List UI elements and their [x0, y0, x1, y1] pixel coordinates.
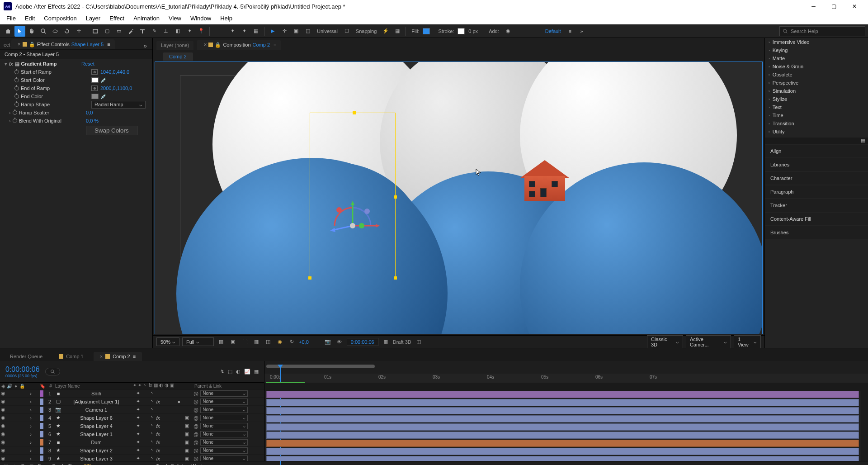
composition-tab[interactable]: × 🔒 Composition Comp 2 ≡	[197, 40, 281, 50]
menu-composition[interactable]: Composition	[39, 13, 81, 24]
twirl-icon[interactable]: ›	[25, 432, 38, 437]
snap-opt-icon[interactable]: ⚡	[380, 26, 391, 37]
menu-window[interactable]: Window	[186, 13, 216, 24]
visibility-toggle[interactable]: ◉	[0, 399, 6, 404]
collapsed-panel-header[interactable]: Align	[765, 145, 868, 157]
align-icon[interactable]: ◫	[302, 26, 313, 37]
menu-file[interactable]: File	[2, 13, 20, 24]
twirl-icon[interactable]: ›	[25, 440, 38, 445]
rotation-tool[interactable]	[61, 26, 72, 37]
pickwhip-icon[interactable]: @	[193, 440, 198, 445]
selection-tool[interactable]	[14, 26, 25, 37]
grid-icon[interactable]: ▦	[252, 337, 261, 346]
effect-category-item[interactable]: ›Noise & Grain	[765, 62, 868, 71]
pickwhip-icon[interactable]: @	[193, 432, 198, 437]
time-ruler[interactable]: 0:00s01s02s03s04s05s06s07s	[264, 374, 868, 383]
layer-bar[interactable]	[266, 456, 859, 461]
draft-icon[interactable]: ▦	[254, 369, 259, 375]
layer-bar[interactable]	[266, 432, 859, 439]
menu-animation[interactable]: Animation	[129, 13, 164, 24]
stopwatch-icon[interactable]	[14, 78, 19, 82]
stopwatch-icon[interactable]	[14, 102, 19, 107]
effect-category-item[interactable]: ›Stylize	[765, 95, 868, 103]
snapping-checkbox[interactable]: ☐	[341, 26, 352, 37]
layer-tab[interactable]: Layer (none)	[156, 41, 193, 50]
viewer-area[interactable]: Active Camera (Camera 1)	[155, 62, 763, 334]
add-shape-button[interactable]: ◉	[503, 26, 514, 37]
effect-category-item[interactable]: ›Transition	[765, 119, 868, 128]
timeline-search[interactable]	[45, 368, 60, 375]
layer-bar[interactable]	[266, 391, 859, 398]
parent-dropdown[interactable]: None⌵	[200, 399, 248, 405]
workspace-menu-icon[interactable]: ≡	[565, 26, 576, 37]
visibility-toggle[interactable]: ◉	[0, 456, 6, 461]
layer-name[interactable]: Camera 1	[62, 407, 130, 413]
twirl-icon[interactable]: ›	[25, 407, 38, 413]
home-tool[interactable]	[3, 26, 14, 37]
anchor-tool[interactable]: ✛	[73, 26, 84, 37]
rect-tool[interactable]	[90, 26, 101, 37]
fill-swatch[interactable]	[423, 28, 430, 34]
pickwhip-icon[interactable]: @	[193, 407, 198, 413]
visibility-toggle[interactable]: ◉	[0, 439, 6, 445]
pickwhip-icon[interactable]: @	[193, 415, 198, 421]
twirl-icon[interactable]: ›	[25, 415, 38, 421]
crosshair-target-icon[interactable]: ⊕	[91, 69, 98, 75]
frame-blend-icon[interactable]: ⬚	[228, 369, 232, 375]
start-ramp-value[interactable]: 1040,0,440,0	[100, 69, 129, 75]
effect-category-item[interactable]: ›Obsolete	[765, 71, 868, 79]
audio-col-icon[interactable]: 🔊	[6, 384, 13, 389]
render-queue-tab[interactable]: Render Queue	[4, 352, 49, 361]
layer-row[interactable]: ◉›7■Dum✦丶fx▣@None⌵	[0, 438, 264, 446]
collapsed-panel-header[interactable]: Paragraph	[765, 185, 868, 198]
visibility-toggle[interactable]: ◉	[0, 390, 6, 396]
reset-exposure-icon[interactable]: ↻	[287, 337, 296, 346]
roi-icon[interactable]: ⛶	[240, 337, 249, 346]
composition-canvas[interactable]: Active Camera (Camera 1)	[267, 113, 651, 279]
end-ramp-value[interactable]: 2000,0,1100,0	[100, 85, 132, 91]
stopwatch-icon[interactable]	[13, 119, 17, 123]
menu-view[interactable]: View	[164, 13, 186, 24]
layer-row[interactable]: ◉›9★Shape Layer 3✦丶fx▣@None⌵	[0, 455, 264, 461]
effect-category-item[interactable]: ›Perspective	[765, 79, 868, 87]
zoom-dropdown[interactable]: 50%⌵	[156, 337, 179, 346]
layer-name[interactable]: Shape Layer 1	[62, 432, 130, 437]
snap-grid-icon[interactable]: ▦	[392, 26, 403, 37]
layer-name[interactable]: Shape Layer 4	[62, 423, 130, 429]
layer-bar[interactable]	[266, 415, 859, 422]
crosshair-target-icon[interactable]: ⊕	[91, 85, 98, 91]
visibility-toggle[interactable]: ◉	[0, 431, 6, 437]
twirl-icon[interactable]: ›	[25, 399, 38, 404]
bounding-icon[interactable]: ▣	[291, 26, 302, 37]
panel-overflow-icon[interactable]: »	[141, 42, 150, 49]
selection-bounding-box[interactable]	[310, 113, 396, 278]
tab-close-icon[interactable]: ×	[203, 42, 207, 48]
workspace-selector[interactable]: Default	[545, 28, 561, 34]
lock-icon[interactable]: 🔒	[215, 42, 221, 48]
stopwatch-icon[interactable]	[14, 70, 19, 74]
menu-help[interactable]: Help	[216, 13, 237, 24]
hand-tool[interactable]	[26, 26, 37, 37]
stopwatch-icon[interactable]	[14, 86, 19, 90]
graph-editor-icon[interactable]: 📈	[244, 369, 250, 375]
transparency-grid-icon[interactable]: ▦	[217, 337, 226, 346]
parent-dropdown[interactable]: None⌵	[200, 390, 248, 397]
orbit-tool[interactable]	[50, 26, 61, 37]
ellipse-mask-tool[interactable]: ▢	[102, 26, 113, 37]
parent-dropdown[interactable]: None⌵	[200, 456, 248, 461]
effect-controls-tab[interactable]: × 🔒 Effect Controls Shape Layer 5 ≡	[11, 39, 115, 49]
roto-tool[interactable]: ✦	[184, 26, 195, 37]
layer-name[interactable]: Dum	[62, 440, 130, 445]
layer-row[interactable]: ◉›8★Shape Layer 2✦丶fx▣@None⌵	[0, 446, 264, 455]
comp2-tab[interactable]: ×Comp 2≡	[94, 352, 142, 361]
visibility-toggle[interactable]: ◉	[0, 423, 6, 429]
color-mgmt-icon[interactable]: ◉	[275, 337, 284, 346]
puppet-tool[interactable]: 📍	[196, 26, 207, 37]
collapsed-panel-header[interactable]: Content-Aware Fill	[765, 213, 868, 225]
parent-dropdown[interactable]: None⌵	[200, 407, 248, 413]
visibility-toggle[interactable]: ◉	[0, 407, 6, 413]
parent-dropdown[interactable]: None⌵	[200, 439, 248, 446]
comp-subtab[interactable]: Comp 2	[163, 52, 193, 61]
lock-icon[interactable]: 🔒	[29, 42, 35, 47]
parent-dropdown[interactable]: None⌵	[200, 423, 248, 429]
